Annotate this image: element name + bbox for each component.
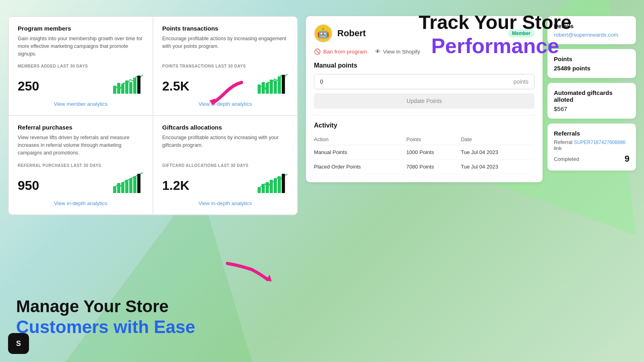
completed-row: Completed 9 — [554, 154, 630, 164]
svg-rect-14 — [113, 186, 116, 193]
svg-rect-22 — [262, 184, 265, 193]
ban-from-program-button[interactable]: 🚫 Ban from program — [314, 48, 367, 55]
activity-col-action: Action — [314, 134, 407, 145]
svg-rect-26 — [278, 176, 281, 193]
points-suffix: points — [508, 74, 534, 89]
activity-col-points: Points — [407, 134, 461, 145]
card-stat-value-referral-purchases: 950 — [18, 178, 39, 193]
points-card-value: 25489 points — [554, 65, 630, 72]
pink-arrow-bottom — [219, 255, 276, 288]
referral-link-label: Referral — [554, 139, 572, 145]
svg-rect-9 — [266, 83, 269, 94]
chart-svg-referral-purchases — [111, 171, 144, 193]
svg-rect-11 — [274, 80, 277, 94]
mini-chart-referral-purchases — [111, 171, 144, 193]
svg-rect-5 — [133, 78, 136, 94]
giftcards-allocations-card: Giftcards allocations Encourage profitab… — [153, 115, 297, 214]
giftcards-card-title: Automated giftcards alloted — [554, 89, 630, 103]
view-in-shopify-button[interactable]: 👁 View in Shopify — [375, 48, 420, 55]
view-member-analytics-link[interactable]: View member analytics — [18, 101, 144, 107]
svg-rect-2 — [121, 84, 124, 94]
card-stat-label-referral-purchases: REFERRAL PURCHASES LAST 30 DAYS — [18, 163, 144, 168]
activity-table: Action Points Date Manual Points 1000 Po… — [314, 134, 535, 174]
card-stat-value-program-members: 250 — [18, 79, 39, 94]
activity-row-1-action: Manual Points — [314, 145, 407, 160]
referral-link-suffix: link — [554, 145, 562, 151]
card-stat-value-points-transactions: 2.5K — [162, 79, 190, 94]
svg-rect-21 — [258, 187, 261, 193]
customer-name: Robert — [337, 28, 366, 39]
svg-rect-17 — [125, 180, 128, 193]
svg-text:S: S — [16, 339, 21, 348]
activity-row-1-points: 1000 Points — [407, 145, 461, 160]
promo-track-section: Track Your Store Performance — [419, 12, 572, 58]
card-desc-giftcards-allocations: Encourage profitable actions by increasi… — [162, 134, 288, 156]
view-indepth-analytics-link-giftcards[interactable]: View in-depth analytics — [162, 200, 288, 206]
card-stat-label-program-members: MEMBERS ADDED LAST 30 DAYS — [18, 64, 144, 68]
svg-rect-10 — [270, 80, 273, 94]
svg-rect-7 — [258, 84, 261, 94]
card-title-points-transactions: Points transactions — [162, 25, 288, 32]
promo-manage-section: Manage Your Store Customers with Ease — [16, 296, 195, 338]
manual-points-title: Manual points — [314, 62, 535, 69]
referral-link-row: Referral SUPER7167427608886 link — [554, 139, 630, 151]
svg-rect-8 — [262, 82, 265, 94]
activity-row-1: Manual Points 1000 Points Tue Jul 04 202… — [314, 145, 535, 160]
svg-rect-20 — [137, 174, 140, 193]
activity-row-1-date: Tue Jul 04 2023 — [461, 145, 535, 160]
activity-col-date: Date — [461, 134, 535, 145]
svg-rect-19 — [133, 176, 136, 193]
card-stat-label-points-transactions: POINTS TRANSACTIONS LAST 30 DAYS — [162, 64, 288, 68]
card-title-giftcards-allocations: Giftcards allocations — [162, 124, 288, 131]
card-title-referral-purchases: Referral purchases — [18, 124, 144, 131]
points-input[interactable] — [314, 74, 508, 89]
completed-label: Completed — [554, 156, 579, 162]
activity-row-2: Placed Order Points 7080 Points Tue Jul … — [314, 160, 535, 174]
svg-rect-15 — [117, 183, 120, 193]
chart-svg-program-members — [111, 72, 144, 94]
card-desc-points-transactions: Encourage profitable actions by increasi… — [162, 35, 288, 58]
activity-row-2-date: Tue Jul 04 2023 — [461, 160, 535, 174]
divider — [314, 115, 535, 115]
promo-track-title: Track Your Store — [419, 12, 572, 33]
ban-icon: 🚫 — [314, 48, 321, 55]
update-points-button[interactable]: Update Points — [314, 93, 535, 109]
svg-rect-18 — [129, 178, 132, 193]
program-members-card: Program members Gain insights into your … — [8, 16, 153, 115]
activity-row-2-points: 7080 Points — [407, 160, 461, 174]
activity-title: Activity — [314, 122, 535, 129]
card-desc-referral-purchases: View revenue lifts driven by referrals a… — [18, 134, 144, 156]
points-input-row: points — [314, 74, 535, 89]
referrals-card: Referrals Referral SUPER7167427608886 li… — [547, 123, 636, 171]
svg-rect-6 — [137, 76, 140, 94]
promo-track-subtitle: Performance — [419, 33, 572, 58]
activity-row-2-action: Placed Order Points — [314, 160, 407, 174]
view-indepth-analytics-link-referral[interactable]: View in-depth analytics — [18, 200, 144, 206]
svg-rect-23 — [266, 182, 269, 193]
card-desc-program-members: Gain insights into your membership growt… — [18, 35, 144, 58]
giftcards-card: Automated giftcards alloted $567 — [547, 83, 636, 119]
svg-rect-25 — [274, 178, 277, 193]
svg-rect-3 — [125, 80, 128, 94]
pink-arrow-top — [201, 78, 250, 111]
referral-link-value[interactable]: SUPER7167427608886 — [574, 140, 625, 145]
svg-rect-4 — [129, 82, 132, 94]
svg-rect-13 — [282, 75, 285, 94]
svg-rect-1 — [117, 83, 120, 94]
customer-info: 🤖 Robert — [314, 24, 366, 43]
mini-chart-giftcards-allocations — [256, 171, 288, 193]
referrals-card-title: Referrals — [554, 130, 630, 137]
right-panels: 🤖 Robert Member 🚫 Ban from program 👁 Vie… — [306, 16, 636, 354]
eye-icon: 👁 — [375, 49, 381, 55]
chart-svg-points-transactions — [256, 72, 288, 94]
customer-avatar: 🤖 — [314, 24, 332, 43]
svg-rect-12 — [278, 76, 281, 94]
app-logo-icon: S — [12, 337, 25, 350]
app-icon[interactable]: S — [8, 333, 29, 354]
svg-rect-16 — [121, 182, 124, 193]
mini-chart-program-members — [111, 72, 144, 94]
card-stat-label-giftcards-allocations: GIFTCARD ALLOCATIONS LAST 30 DAYS — [162, 163, 288, 168]
promo-manage-title: Manage Your Store — [16, 296, 195, 317]
card-title-program-members: Program members — [18, 25, 144, 32]
svg-rect-0 — [113, 86, 116, 94]
